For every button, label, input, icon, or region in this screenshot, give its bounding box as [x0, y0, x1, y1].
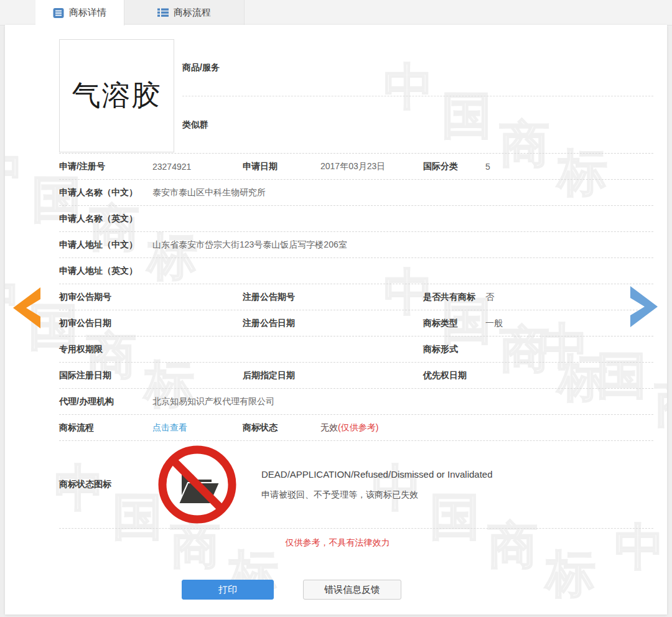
app-no-value: 23274921 — [152, 162, 243, 172]
print-button[interactable]: 打印 — [182, 580, 274, 600]
tab-bar: 商标详情 商标流程 — [0, 0, 672, 26]
table-row: 申请人名称（英文） — [59, 206, 653, 232]
shared-trademark-value: 否 — [485, 292, 653, 303]
document-icon — [53, 7, 64, 19]
goods-services-row: 商品/服务 — [182, 39, 653, 96]
trademark-form-label: 商标形式 — [423, 344, 485, 355]
intl-reg-date-label: 国际注册日期 — [59, 370, 152, 381]
chevron-left-icon — [13, 287, 42, 328]
reg-gazette-date-label: 注册公告日期 — [243, 318, 320, 329]
table-row: 申请人地址（英文） — [59, 258, 653, 284]
status-line-en: DEAD/APPLICATION/Refused/Dismissed or In… — [261, 469, 493, 480]
intl-class-label: 国际分类 — [423, 161, 485, 172]
app-date-label: 申请日期 — [243, 161, 320, 172]
process-label: 商标流程 — [59, 422, 152, 434]
trademark-type-label: 商标类型 — [423, 318, 485, 329]
address-cn-value: 山东省泰安市岱宗大街123号泰山饭店写字楼206室 — [152, 239, 653, 251]
table-row: 代理/办理机构 北京知易知识产权代理有限公司 — [59, 389, 653, 415]
table-row: 专用权期限 商标形式 — [59, 336, 653, 363]
goods-services-label: 商品/服务 — [182, 62, 220, 73]
priority-date-label: 优先权日期 — [423, 370, 485, 381]
next-record-button[interactable] — [629, 286, 658, 327]
status-value: 无效(仅供参考) — [320, 422, 423, 434]
agency-value: 北京知易知识产权代理有限公司 — [152, 396, 653, 407]
address-en-label: 申请人地址（英文） — [59, 266, 152, 277]
first-gazette-date-label: 初审公告日期 — [59, 318, 152, 329]
later-designation-label: 后期指定日期 — [243, 370, 320, 381]
exclusive-period-label: 专用权期限 — [59, 344, 152, 355]
applicant-cn-value: 泰安市泰山区中科生物研究所 — [152, 187, 653, 198]
agency-label: 代理/办理机构 — [59, 396, 152, 407]
table-row: 申请人名称（中文） 泰安市泰山区中科生物研究所 — [59, 180, 653, 206]
prohibited-folder-icon — [156, 444, 238, 525]
trademark-header-row: 气溶胶 商品/服务 类似群 — [59, 25, 653, 154]
tab-trademark-flow[interactable]: 商标流程 — [124, 0, 245, 25]
first-gazette-no-label: 初审公告期号 — [59, 292, 152, 303]
status-line-cn: 申请被驳回、不予受理等，该商标已失效 — [261, 489, 493, 501]
tab-trademark-detail[interactable]: 商标详情 — [35, 0, 124, 26]
list-icon — [157, 7, 169, 18]
prev-record-button[interactable] — [13, 287, 42, 328]
trademark-image: 气溶胶 — [59, 39, 174, 152]
address-cn-label: 申请人地址（中文） — [59, 239, 152, 251]
app-no-label: 申请/注册号 — [59, 161, 152, 172]
chevron-right-icon — [629, 286, 658, 327]
table-row: 申请人地址（中文） 山东省泰安市岱宗大街123号泰山饭店写字楼206室 — [59, 232, 653, 258]
table-row: 初审公告期号 注册公告期号 是否共有商标 否 — [59, 284, 653, 310]
table-row: 申请/注册号 23274921 申请日期 2017年03月23日 国际分类 5 — [59, 154, 653, 180]
applicant-en-label: 申请人名称（英文） — [59, 213, 152, 225]
tab-label: 商标流程 — [174, 7, 211, 19]
reg-gazette-no-label: 注册公告期号 — [243, 292, 320, 303]
button-row: 打印 错误信息反馈 — [5, 580, 667, 600]
detail-card: 中国商标中国商标中国商标中国商标中国商标中国商标中国商标中国商标 气溶胶 商品/… — [5, 25, 667, 615]
status-icon-label: 商标状态图标 — [59, 479, 152, 490]
intl-class-value: 5 — [485, 162, 653, 172]
table-row: 商标流程 点击查看 商标状态 无效(仅供参考) — [59, 415, 653, 441]
applicant-cn-label: 申请人名称（中文） — [59, 187, 152, 198]
disclaimer-text: 仅供参考，不具有法律效力 — [59, 537, 653, 549]
table-row: 国际注册日期 后期指定日期 优先权日期 — [59, 363, 653, 389]
error-feedback-button[interactable]: 错误信息反馈 — [303, 580, 401, 600]
detail-content: 气溶胶 商品/服务 类似群 申请/注册号 23274921 申请日期 2017年… — [5, 25, 667, 549]
tab-label: 商标详情 — [69, 7, 106, 19]
table-row: 初审公告日期 注册公告日期 商标类型 一般 — [59, 310, 653, 336]
shared-trademark-label: 是否共有商标 — [423, 292, 485, 303]
status-icon-row: 商标状态图标 DEAD/APPLICATION/Refused/Dismisse… — [59, 441, 653, 529]
status-invalid-text: 无效 — [320, 422, 338, 432]
status-note-text: (仅供参考) — [338, 422, 378, 432]
trademark-type-value: 一般 — [485, 318, 653, 329]
view-process-link[interactable]: 点击查看 — [152, 422, 243, 434]
status-description: DEAD/APPLICATION/Refused/Dismissed or In… — [261, 469, 493, 501]
trademark-text: 气溶胶 — [72, 77, 162, 115]
similar-group-row: 类似群 — [182, 96, 653, 153]
app-date-value: 2017年03月23日 — [320, 161, 423, 172]
similar-group-label: 类似群 — [182, 119, 208, 131]
status-label: 商标状态 — [243, 422, 320, 434]
